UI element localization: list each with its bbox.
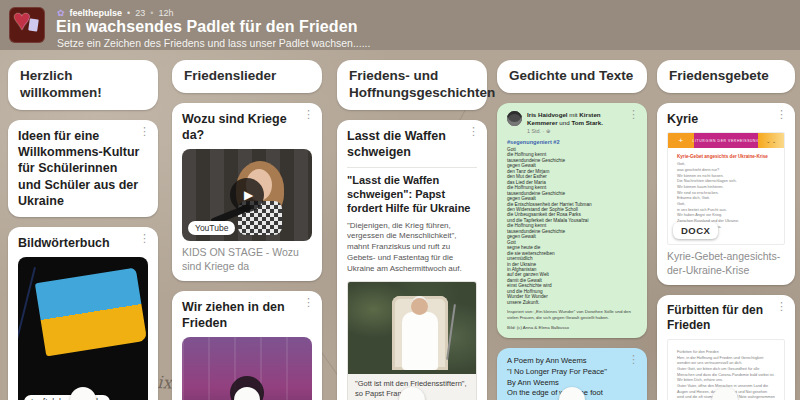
globe-icon: ⊕	[546, 128, 551, 134]
article-summary: "Diejenigen, die Krieg führen, vergessen…	[347, 221, 477, 275]
board-contribution-count: 23	[135, 8, 145, 18]
video-thumbnail[interactable]: ▶ YouTube	[182, 149, 312, 241]
author-connector: und	[559, 119, 569, 126]
birds-icon: ⌄ ⌄	[758, 133, 784, 148]
section-header[interactable]: Gedichte und Texte	[497, 60, 647, 93]
cross-icon: +	[668, 133, 694, 148]
source-chip: YouTube	[188, 221, 235, 235]
author-connector: mit	[569, 111, 577, 118]
ukraine-flag-image[interactable]: tueftelakademie.de	[18, 257, 148, 400]
section-title: Friedensgebete	[669, 68, 783, 85]
post-title: Ideen für eine Willkommens-Kultur für Sc…	[18, 128, 148, 209]
kebab-menu-icon[interactable]: ⋮	[139, 126, 150, 137]
flag-pole	[18, 267, 36, 400]
kebab-menu-icon[interactable]: ⋮	[776, 109, 787, 120]
kebab-menu-icon[interactable]: ⋮	[303, 109, 314, 120]
board-meta: ✿ feelthepulse • 23 • 12h	[57, 8, 173, 18]
link-chip[interactable]: tueftelakademie.de	[24, 395, 110, 400]
board-author[interactable]: feelthepulse	[70, 8, 123, 18]
section-header[interactable]: Friedenslieder	[172, 60, 322, 93]
post-timestamp: 1 Std. · ⊕	[527, 128, 627, 135]
section-title: Herzlich willkommen!	[20, 68, 146, 102]
post-title: Wir ziehen in den Frieden	[182, 299, 312, 332]
post-caption: KIDS ON STAGE - Wozu sind Kriege da	[182, 246, 312, 272]
kebab-menu-icon[interactable]: ⋮	[303, 297, 314, 308]
post-author-line: Iris Haidvogel mit Kirsten Kemmerer und …	[527, 111, 627, 135]
pope-francis-image	[348, 282, 476, 374]
kebab-menu-icon[interactable]: ⋮	[628, 354, 639, 365]
post-title: Bildwörterbuch	[18, 235, 148, 251]
social-post-header: Iris Haidvogel mit Kirsten Kemmerer und …	[507, 111, 637, 135]
kebab-menu-icon[interactable]: ⋮	[776, 301, 787, 312]
post-card-wir-ziehen[interactable]: ⋮ Wir ziehen in den Frieden do Lindenber…	[172, 291, 322, 400]
padlet-board: Paz mir paix page ♥ ✿ feelthepulse • 23 …	[0, 0, 800, 400]
kebab-menu-icon[interactable]: ⋮	[139, 233, 150, 244]
banner-title: LITURGIEN DER VERHEISSUNG	[694, 133, 759, 148]
avatar-note-decoration	[28, 18, 39, 31]
post-author-avatar	[507, 111, 522, 126]
board-header: ♥ ✿ feelthepulse • 23 • 12h Ein wachsend…	[0, 0, 800, 50]
separator-dot: •	[150, 8, 153, 18]
poem-image-credit: Bild: (c) Anna & Elena Balbusso	[507, 325, 637, 331]
post-card-waffen-schweigen[interactable]: ⋮ Lasst die Waffen schweigen "Lasst die …	[337, 120, 487, 400]
post-coauthor[interactable]: Tom Stark.	[571, 119, 603, 126]
article-headline: "Lasst die Waffen schweigen": Papst ford…	[347, 174, 477, 215]
file-type-badge: DOCX	[673, 222, 718, 239]
image-figure	[402, 312, 438, 370]
board-age: 12h	[158, 8, 173, 18]
section-header[interactable]: Herzlich willkommen!	[8, 60, 158, 110]
poem-footnote: Inspiriert von: „Ein kleines Wunder“ von…	[507, 309, 637, 320]
separator-dot: •	[127, 8, 130, 18]
board-subtitle: Setze ein Zeichen des Friedens und lass …	[57, 37, 370, 49]
post-time: 1 Std. ·	[527, 128, 544, 134]
post-title: Lasst die Waffen schweigen	[347, 128, 477, 161]
kebab-menu-icon[interactable]: ⋮	[628, 109, 639, 120]
post-title: Wozu sind Kriege da?	[182, 111, 312, 144]
column-gedichte-texte: Gedichte und Texte ⋮ Iris Haidvogel mit …	[497, 60, 647, 400]
post-hashtag[interactable]: #segenungeniert #2	[507, 139, 637, 145]
kebab-menu-icon[interactable]: ⋮	[468, 126, 479, 137]
column-hoffnungsgeschichten: Friedens- und Hoffnungsgeschichten ⋮ Las…	[337, 60, 487, 400]
section-title: Gedichte und Texte	[509, 68, 635, 85]
board-avatar[interactable]: ♥	[9, 7, 45, 43]
post-card-wozu-kriege[interactable]: ⋮ Wozu sind Kriege da? ▶ YouTube KIDS ON…	[172, 103, 322, 281]
column-friedensgebete: Friedensgebete ⋮ Kyrie + LITURGIEN DER V…	[657, 60, 795, 400]
post-caption: Kyrie-Gebet-angesichts-der-Ukraine-Krise	[667, 250, 785, 276]
document-banner: + LITURGIEN DER VERHEISSUNG ⌄ ⌄	[668, 133, 784, 148]
post-card-segensgedicht[interactable]: ⋮ Iris Haidvogel mit Kirsten Kemmerer un…	[497, 103, 647, 338]
document-body: Gott, was geschieht denn nur? Wir können…	[677, 162, 775, 230]
post-card-bildwoerterbuch[interactable]: ⋮ Bildwörterbuch tueftelakademie.de Bild…	[8, 227, 158, 400]
document-preview[interactable]: + LITURGIEN DER VERHEISSUNG ⌄ ⌄ Kyrie-Ge…	[667, 132, 785, 245]
article-image-block: "Gott ist mit den Friedensstiftern", so …	[347, 281, 477, 400]
post-card-kyrie[interactable]: ⋮ Kyrie + LITURGIEN DER VERHEISSUNG ⌄ ⌄ …	[657, 103, 795, 285]
section-header[interactable]: Friedens- und Hoffnungsgeschichten	[337, 60, 487, 110]
section-header[interactable]: Friedensgebete	[657, 60, 795, 93]
post-author[interactable]: Iris Haidvogel	[527, 111, 568, 118]
board-title: Ein wachsendes Padlet für den Frieden	[56, 18, 358, 36]
ukraine-flag	[35, 268, 147, 357]
section-title: Friedenslieder	[184, 68, 310, 85]
post-card-ideen[interactable]: ⋮ Ideen für eine Willkommens-Kultur für …	[8, 120, 158, 217]
section-title: Friedens- und Hoffnungsgeschichten	[349, 68, 475, 102]
divider	[347, 167, 477, 168]
user-avatar-icon: ✿	[57, 8, 65, 18]
post-title: Fürbitten für den Frieden	[667, 303, 785, 334]
post-card-fuerbitten[interactable]: ⋮ Fürbitten für den Frieden Fürbitten fü…	[657, 295, 795, 400]
column-friedenslieder: Friedenslieder ⋮ Wozu sind Kriege da? ▶ …	[172, 60, 322, 400]
heart-icon: ♥	[13, 7, 31, 37]
document-heading: Kyrie-Gebet angesichts der Ukraine-Krise	[677, 154, 775, 159]
post-title: Kyrie	[667, 111, 785, 127]
poem-text: Gott die Hoffnung kennt tausendundeine G…	[507, 147, 637, 305]
column-herzlich-willkommen: Herzlich willkommen! ⋮ Ideen für eine Wi…	[8, 60, 158, 400]
